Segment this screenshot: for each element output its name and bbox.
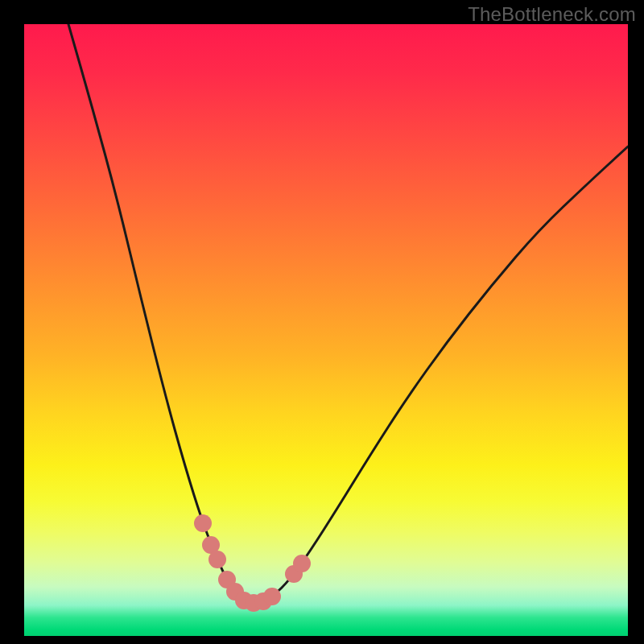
curve-marker bbox=[263, 588, 281, 605]
plot-area bbox=[24, 24, 628, 636]
bottleneck-curve bbox=[68, 24, 628, 602]
curve-layer bbox=[24, 24, 628, 636]
watermark-text: TheBottleneck.com bbox=[468, 3, 636, 26]
curve-markers bbox=[194, 514, 311, 612]
chart-frame: TheBottleneck.com bbox=[0, 0, 644, 644]
curve-marker bbox=[293, 555, 311, 572]
curve-marker bbox=[194, 514, 212, 532]
curve-marker bbox=[208, 551, 226, 568]
